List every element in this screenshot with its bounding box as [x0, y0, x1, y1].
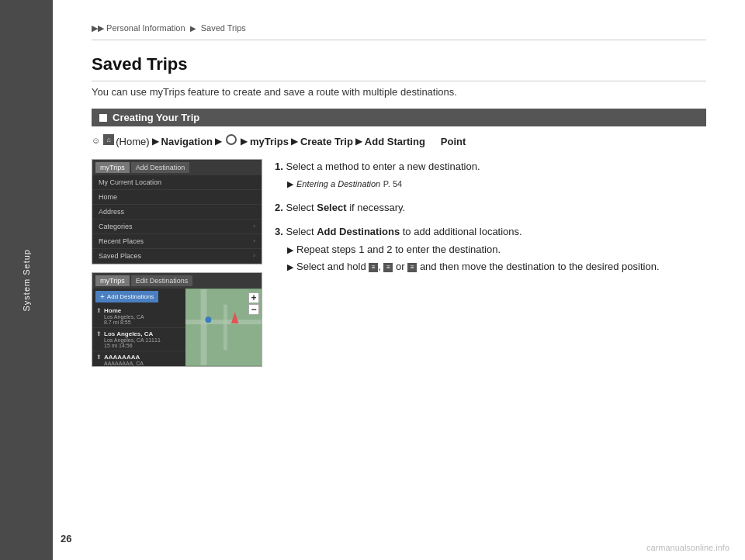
- home-icon: ⌂: [103, 134, 114, 145]
- breadcrumb-item-1: Personal Information: [106, 23, 185, 33]
- step3-sub1: ▶ Repeat steps 1 and 2 to enter the dest…: [287, 242, 706, 258]
- nav-arrow-3: ▶: [241, 134, 248, 148]
- step-1: 1. Select a method to enter a new destin…: [275, 159, 706, 193]
- step3-sub2-text: Select and hold ≡, ≡ or ≡ and then move …: [296, 259, 660, 275]
- screen1-item-label-5: Saved Places: [99, 252, 141, 260]
- route-icon-1: ⬆: [96, 330, 102, 337]
- step1-number: 1.: [275, 161, 283, 172]
- content-area: myTrips Add Destination My Current Locat…: [92, 159, 706, 375]
- move-icon-3: ≡: [407, 263, 417, 272]
- route-item-2: ⬆ AAAAAAAA AAAAAAAA, CA: [92, 351, 185, 367]
- route-icon-2: ⬆: [96, 354, 102, 361]
- nav-arrow-5: ▶: [355, 134, 362, 148]
- screen1-item-3: Categories ›: [92, 220, 262, 234]
- route-name-2: AAAAAAAA: [104, 354, 182, 361]
- screen2-body: + Add Destinations ⬆ Home Los Angeles, C…: [92, 289, 262, 366]
- plus-icon: +: [100, 292, 105, 301]
- screen-mockup-2: myTrips Edit Destinations + Add Destinat…: [92, 272, 262, 367]
- route-detail-0: Los Angeles, CA: [104, 314, 182, 320]
- nav-add-starting: Add Starting: [365, 134, 425, 150]
- route-detail-1: Los Angeles, CA 11111: [104, 337, 182, 343]
- page-title: Saved Trips: [92, 54, 706, 81]
- breadcrumb-arrows: ▶▶: [92, 23, 104, 33]
- route-info-1: Los Angeles, CA Los Angeles, CA 11111 15…: [104, 330, 182, 348]
- step1-sub-link: Entering a Destination P. 54: [296, 176, 402, 192]
- screen1-item-label-4: Recent Places: [99, 237, 144, 245]
- main-content: ▶▶ Personal Information ▶ Saved Trips Sa…: [53, 0, 745, 560]
- left-column: myTrips Add Destination My Current Locat…: [92, 159, 262, 375]
- screen1-item-5: Saved Places ›: [92, 249, 262, 264]
- move-icon-1: ≡: [369, 263, 378, 272]
- screen2-map: + −: [185, 289, 262, 366]
- route-name-1: Los Angeles, CA: [104, 330, 182, 337]
- screen1-item-label-0: My Current Location: [99, 178, 161, 186]
- screen1-tab2: Add Destination: [131, 162, 190, 173]
- step3-sub1-arrow: ▶: [287, 244, 293, 258]
- step3-text-pre: Select: [286, 226, 317, 237]
- step3-sub2: ▶ Select and hold ≡, ≡ or ≡ and then mov…: [287, 259, 706, 275]
- screen2-tab2: Edit Destinations: [131, 275, 193, 286]
- step1-text: Select a method to enter a new destinati…: [286, 161, 480, 172]
- add-destinations-btn[interactable]: + Add Destinations: [95, 291, 158, 302]
- screen1-header: myTrips Add Destination: [92, 160, 262, 175]
- breadcrumb-arrow-1: ▶: [190, 24, 196, 33]
- sidebar-label: System Setup: [22, 249, 31, 311]
- step1-ref: P. 54: [383, 179, 402, 188]
- nav-path: ☺ ⌂ (Home) ▶ Navigation ▶ ▶ myTrips ▶ Cr…: [92, 134, 706, 150]
- screen1-item-2: Address: [92, 205, 262, 220]
- screen1-arrow-3: ›: [253, 223, 255, 230]
- route-item-0: ⬆ Home Los Angeles, CA 8.7 mi 8:55: [92, 305, 185, 328]
- breadcrumb: ▶▶ Personal Information ▶ Saved Trips: [92, 23, 706, 40]
- route-info-2: AAAAAAAA AAAAAAAA, CA: [104, 354, 182, 366]
- screen2-header: myTrips Edit Destinations: [92, 273, 262, 289]
- screen1-item-label-2: Address: [99, 208, 124, 216]
- nav-circle-icon: [226, 134, 237, 145]
- add-dest-label: Add Destinations: [107, 293, 154, 300]
- route-info-0: Home Los Angeles, CA 8.7 mi 8:55: [104, 307, 182, 325]
- section-square-icon: [99, 114, 107, 122]
- watermark: carmanualsonline.info: [646, 543, 729, 552]
- step3-sub2-arrow: ▶: [287, 261, 293, 275]
- step2-text-pre: Select: [286, 202, 317, 213]
- sidebar: System Setup: [0, 0, 53, 560]
- step2-number: 2.: [275, 202, 283, 213]
- section-header: Creating Your Trip: [92, 109, 706, 126]
- screen1-item-4: Recent Places ›: [92, 234, 262, 249]
- step2-text-post: if necessary.: [347, 202, 406, 213]
- map-zoom-out-btn[interactable]: −: [248, 304, 259, 315]
- step3-sub1-text: Repeat steps 1 and 2 to enter the destin…: [296, 242, 501, 258]
- step-2: 2. Select Select if necessary.: [275, 200, 706, 216]
- screen1-arrow-5: ›: [253, 252, 255, 259]
- screen2-tab1: myTrips: [95, 275, 130, 286]
- step1-sub-arrow: ▶: [287, 178, 293, 192]
- route-name-0: Home: [104, 307, 182, 314]
- route-icon-0: ⬆: [96, 307, 102, 314]
- breadcrumb-item-2: Saved Trips: [201, 23, 246, 33]
- nav-navigation: Navigation: [161, 134, 213, 150]
- map-zoom-in-btn[interactable]: +: [248, 292, 259, 303]
- nav-create-trip: Create Trip: [300, 134, 353, 150]
- step3-number: 3.: [275, 226, 283, 237]
- step1-sub: ▶ Entering a Destination P. 54: [287, 176, 706, 192]
- page-description: You can use myTrips feature to create an…: [92, 86, 706, 98]
- right-column: 1. Select a method to enter a new destin…: [275, 159, 706, 375]
- route-dist-1: 15 mi 14:56: [104, 343, 182, 348]
- nav-point: Point: [441, 134, 466, 150]
- nav-arrow-1: ▶: [152, 134, 159, 148]
- screen1-item-label-1: Home: [99, 193, 117, 201]
- screen1-body: My Current Location Home Address Categor…: [92, 175, 262, 264]
- step2-select-bold: Select: [317, 202, 346, 213]
- nav-arrow-2: ▶: [215, 134, 222, 148]
- screen-mockup-1: myTrips Add Destination My Current Locat…: [92, 159, 262, 264]
- step3-line1: 3. Select Add Destinations to add additi…: [275, 224, 706, 240]
- screen1-tab1: myTrips: [95, 162, 130, 173]
- route-item-1: ⬆ Los Angeles, CA Los Angeles, CA 11111 …: [92, 328, 185, 351]
- steps: 1. Select a method to enter a new destin…: [275, 159, 706, 276]
- screen1-item-1: Home: [92, 190, 262, 205]
- step3-text-post: to add additional locations.: [400, 226, 522, 237]
- svg-rect-1: [201, 289, 207, 365]
- nav-mytrips: myTrips: [250, 134, 289, 150]
- screen1-item-label-3: Categories: [99, 223, 133, 230]
- nav-home-label: (Home): [116, 134, 149, 150]
- step1-entering-label: Entering a Destination: [296, 179, 380, 188]
